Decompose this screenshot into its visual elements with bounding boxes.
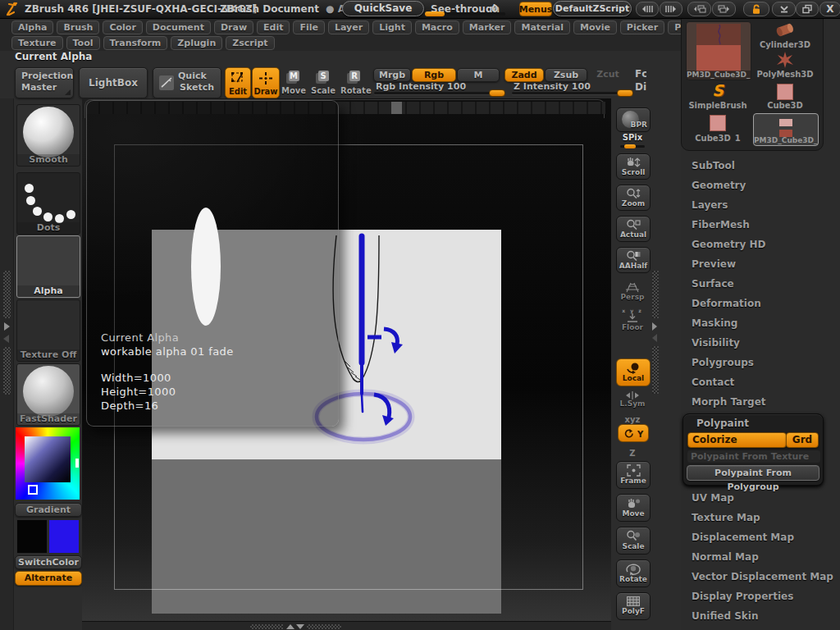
menu-color[interactable]: Color: [103, 21, 142, 34]
section-deformation[interactable]: Deformation: [692, 298, 831, 309]
timeline-cursor[interactable]: [391, 102, 402, 114]
menu-edit[interactable]: Edit: [257, 21, 290, 34]
current-alpha-thumbnail[interactable]: Alpha: [16, 235, 80, 298]
document-canvas[interactable]: Current Alpha workable alpha 01 fade Wid…: [82, 98, 611, 621]
polypaint-from-texture-button[interactable]: Polypaint From Texture: [687, 450, 820, 463]
bottom-tray-texture-left[interactable]: [250, 624, 283, 629]
lsym-button[interactable]: L.Sym: [616, 389, 649, 409]
left-tray-close-arrow-icon[interactable]: [3, 335, 9, 343]
left-tray-scroll-texture[interactable]: [3, 271, 11, 318]
frame-button[interactable]: Frame: [616, 461, 651, 489]
projection-master-button[interactable]: Projection Master: [15, 67, 74, 98]
section-texture-map[interactable]: Texture Map: [692, 512, 831, 523]
section-visibility[interactable]: Visibility: [692, 337, 831, 349]
z-intensity-slider[interactable]: [512, 92, 632, 94]
shelf-move-button[interactable]: Move: [616, 494, 651, 522]
section-geometry[interactable]: Geometry: [692, 180, 831, 191]
section-morph-target[interactable]: Morph Target: [692, 396, 831, 408]
lightbox-button[interactable]: LightBox: [79, 67, 148, 98]
menus-button[interactable]: Menus: [519, 2, 552, 16]
section-display-properties[interactable]: Display Properties: [692, 591, 831, 602]
rgb-intensity-handle[interactable]: [489, 89, 505, 97]
colorize-button[interactable]: Colorize: [687, 432, 787, 448]
right-tray-open-arrow-icon[interactable]: [652, 322, 657, 331]
section-subtool[interactable]: SubTool: [692, 160, 831, 171]
menu-zplugin[interactable]: Zplugin: [171, 36, 222, 50]
lock-button[interactable]: [743, 2, 769, 16]
zadd-button[interactable]: Zadd: [504, 68, 544, 82]
persp-button[interactable]: Persp: [616, 279, 649, 304]
default-zscript-button[interactable]: DefaultZScript: [553, 1, 632, 16]
minimize-button[interactable]: [772, 2, 796, 16]
tool-slot-polymesh3d[interactable]: PolyMesh3D: [753, 51, 817, 79]
rotate-y-button[interactable]: Y: [618, 424, 649, 442]
polyf-button[interactable]: PolyF: [616, 592, 651, 620]
alternate-button[interactable]: Alternate: [15, 571, 82, 586]
tool-slot-cylinder3d[interactable]: Cylinder3D: [753, 21, 817, 49]
quick-sketch-button[interactable]: Quick Sketch: [153, 67, 221, 98]
color-picker-sv-square[interactable]: [25, 436, 71, 482]
color-picker-selector[interactable]: [28, 485, 38, 495]
tool-slot-cube3d-1[interactable]: Cube3D_1: [686, 113, 750, 143]
right-tray-scroll-texture[interactable]: [652, 271, 659, 318]
current-texture-thumbnail[interactable]: Texture Off: [16, 299, 80, 362]
menu-alpha[interactable]: Alpha: [11, 21, 53, 34]
secondary-color-swatch[interactable]: [48, 519, 80, 554]
draw-button[interactable]: Draw: [252, 67, 280, 98]
tool-slot-simplebrush[interactable]: S SimpleBrush: [686, 82, 750, 110]
tool-slot-pm3d-cube3d-1-selected[interactable]: PM3D_Cube3D_1: [753, 113, 819, 146]
menu-tool[interactable]: Tool: [66, 36, 100, 50]
bpr-button[interactable]: BPR: [616, 107, 651, 132]
section-displacement-map[interactable]: Displacement Map: [692, 532, 831, 543]
main-color-swatch[interactable]: [16, 519, 48, 554]
z-intensity-handle[interactable]: [617, 89, 633, 97]
switchcolor-button[interactable]: SwitchColor: [15, 555, 82, 569]
section-surface[interactable]: Surface: [692, 278, 831, 290]
gradient-button[interactable]: Gradient: [15, 503, 82, 517]
zoom-button[interactable]: Zoom: [616, 185, 651, 211]
menu-macro[interactable]: Macro: [415, 21, 459, 34]
bottom-tray-up-arrow-icon[interactable]: [286, 624, 294, 629]
section-vector-displacement-map[interactable]: Vector Displacement Map: [692, 571, 831, 582]
color-picker[interactable]: [16, 427, 80, 500]
panel-collapse-left-button[interactable]: [687, 2, 711, 16]
local-button[interactable]: Local: [616, 358, 651, 386]
section-uv-map[interactable]: UV Map: [692, 492, 831, 504]
spix-handle[interactable]: [624, 144, 636, 148]
active-tool-large-thumbnail[interactable]: PM3D_Cube3D_1: [686, 21, 751, 80]
current-brush-thumbnail[interactable]: Smooth: [16, 104, 80, 167]
scroll-button[interactable]: Scroll: [616, 153, 651, 180]
grd-button[interactable]: Grd: [786, 432, 819, 448]
actual-button[interactable]: Actual: [616, 216, 651, 242]
section-contact[interactable]: Contact: [692, 377, 831, 388]
edit-button[interactable]: Edit: [225, 67, 251, 98]
menu-movie[interactable]: Movie: [573, 21, 617, 34]
floor-button[interactable]: x y z Floor: [616, 308, 649, 337]
right-tray-close-arrow-icon[interactable]: [652, 334, 657, 342]
tool-slot-cube3d[interactable]: Cube3D: [753, 82, 817, 110]
see-through-slider-handle[interactable]: [425, 11, 445, 16]
menu-texture[interactable]: Texture: [11, 36, 63, 50]
current-stroke-thumbnail[interactable]: Dots: [16, 172, 80, 235]
menu-picker[interactable]: Picker: [620, 21, 664, 34]
polypaint-from-polygroup-button[interactable]: Polypaint From Polygroup: [687, 465, 819, 481]
move-button[interactable]: M Move: [281, 69, 306, 97]
section-normal-map[interactable]: Normal Map: [692, 551, 831, 563]
spix-slider[interactable]: SPix: [616, 134, 649, 152]
zcut-button[interactable]: Zcut: [588, 68, 628, 80]
rgb-button[interactable]: Rgb: [412, 68, 456, 82]
menu-document[interactable]: Document: [146, 21, 211, 34]
bottom-tray-down-arrow-icon[interactable]: [296, 624, 304, 629]
menu-material[interactable]: Material: [514, 21, 569, 34]
menu-draw[interactable]: Draw: [214, 21, 253, 34]
left-tray-open-arrow-icon[interactable]: [4, 322, 10, 331]
left-tray-scroll-texture-2[interactable]: [3, 347, 11, 395]
section-masking[interactable]: Masking: [692, 317, 831, 329]
shelf-rotate-button[interactable]: Rotate: [616, 559, 651, 587]
section-layers[interactable]: Layers: [692, 199, 831, 211]
menu-layer[interactable]: Layer: [328, 21, 369, 34]
section-unified-skin[interactable]: Unified Skin: [692, 610, 831, 622]
menu-brush[interactable]: Brush: [57, 21, 99, 34]
menu-zscript[interactable]: Zscript: [226, 36, 274, 50]
quicksave-button[interactable]: QuickSave: [342, 1, 424, 16]
